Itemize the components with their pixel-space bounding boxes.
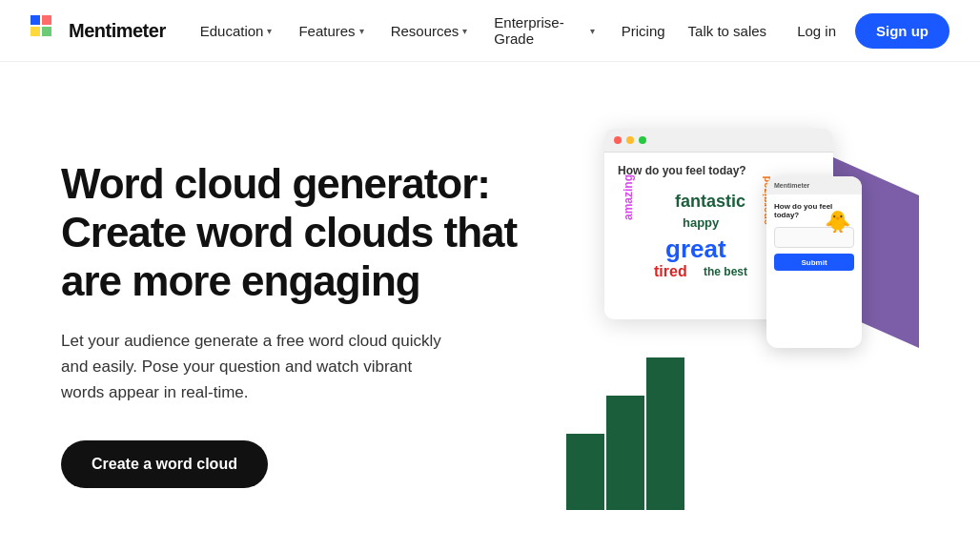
browser-dot-green xyxy=(639,136,646,144)
mobile-emoji: 🐥 xyxy=(825,210,850,235)
word-cloud-word: amazing xyxy=(622,174,635,220)
chevron-down-icon: ▾ xyxy=(590,26,595,36)
nav-label-features: Features xyxy=(298,23,355,39)
hero-title: Word cloud generator: Create word clouds… xyxy=(61,160,528,305)
sign-up-button[interactable]: Sign up xyxy=(855,13,949,49)
logo[interactable]: Mentimeter xyxy=(31,15,166,46)
green-step-3 xyxy=(646,357,684,510)
nav-items: Education ▾ Features ▾ Resources ▾ Enter… xyxy=(189,7,677,54)
word-cloud-word: tired xyxy=(654,263,687,280)
navigation: Mentimeter Education ▾ Features ▾ Resour… xyxy=(0,0,980,62)
word-cloud-word: the best xyxy=(704,265,747,278)
word-cloud-word: happy xyxy=(683,215,719,230)
logo-icon xyxy=(31,15,61,46)
log-in-link[interactable]: Log in xyxy=(786,15,847,47)
hero-section: Word cloud generator: Create word clouds… xyxy=(0,62,980,551)
nav-right: Talk to sales Log in Sign up xyxy=(677,13,949,49)
nav-label-enterprise: Enterprise-Grade xyxy=(494,14,585,47)
cta-button[interactable]: Create a word cloud xyxy=(61,440,268,488)
browser-dot-red xyxy=(614,136,622,144)
nav-item-resources[interactable]: Resources ▾ xyxy=(379,15,480,47)
talk-to-sales-link[interactable]: Talk to sales xyxy=(677,15,779,47)
svg-rect-1 xyxy=(42,15,51,25)
nav-label-resources: Resources xyxy=(391,23,459,39)
hero-text-block: Word cloud generator: Create word clouds… xyxy=(61,160,528,487)
green-step-2 xyxy=(606,396,644,510)
green-step-1 xyxy=(566,434,604,510)
nav-item-education[interactable]: Education ▾ xyxy=(189,15,284,47)
hero-description: Let your audience generate a free word c… xyxy=(61,328,442,406)
mobile-submit-label: Submit xyxy=(801,258,827,267)
nav-label-pricing: Pricing xyxy=(622,23,665,39)
nav-item-pricing[interactable]: Pricing xyxy=(610,15,677,47)
nav-item-features[interactable]: Features ▾ xyxy=(287,15,375,47)
word-cloud-word: fantastic xyxy=(675,192,745,212)
mobile-body: How do you feel today? Submit 🐥 xyxy=(766,194,862,290)
mobile-submit-area: Submit 🐥 xyxy=(774,254,854,282)
mobile-brand-header: Mentimeter xyxy=(766,176,862,194)
browser-dot-yellow xyxy=(626,136,634,144)
nav-item-enterprise[interactable]: Enterprise-Grade ▾ xyxy=(482,7,605,54)
word-cloud-word: great xyxy=(665,235,726,264)
mobile-card: Mentimeter How do you feel today? Submit… xyxy=(766,176,862,348)
browser-bar xyxy=(604,129,833,153)
chevron-down-icon: ▾ xyxy=(462,26,467,36)
svg-rect-0 xyxy=(31,15,40,25)
browser-question-text: How do you feel today? xyxy=(618,164,820,177)
hero-visual: How do you feel today? fantastichappyama… xyxy=(566,119,919,529)
svg-rect-2 xyxy=(31,27,40,36)
chevron-down-icon: ▾ xyxy=(359,26,364,36)
mobile-submit-button[interactable]: Submit xyxy=(774,254,854,271)
chevron-down-icon: ▾ xyxy=(267,26,272,36)
logo-text: Mentimeter xyxy=(69,20,166,42)
nav-label-education: Education xyxy=(200,23,264,39)
svg-rect-3 xyxy=(42,27,51,36)
